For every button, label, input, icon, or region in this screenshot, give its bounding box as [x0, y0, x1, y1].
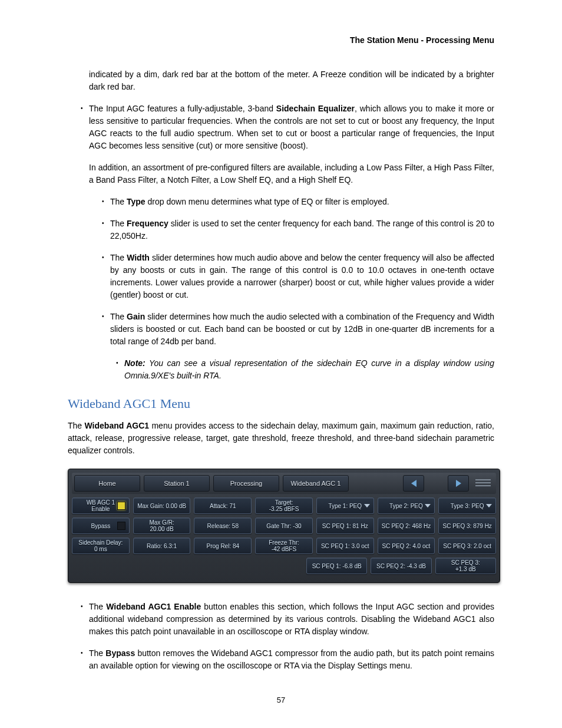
section-intro: The Wideband AGC1 menu provides access t…: [68, 420, 494, 457]
chevron-down-icon: [364, 504, 370, 508]
section-heading: Wideband AGC1 Menu: [68, 396, 494, 411]
breadcrumb-station[interactable]: Station 1: [144, 475, 210, 492]
bullet-gain: The Gain slider determines how much the …: [110, 311, 494, 348]
ui-panel-wideband-agc1: Home Station 1 Processing Wideband AGC 1…: [68, 469, 500, 583]
scpeq2-freq-slider[interactable]: SC PEQ 2: 468 Hz: [378, 518, 435, 534]
paragraph: The Input AGC features a fully-adjustabl…: [89, 103, 494, 152]
attack-slider[interactable]: Attack: 71: [194, 498, 252, 514]
wb-agc1-enable-toggle[interactable]: WB AGC 1 Enable: [72, 498, 130, 514]
scpeq2-gain-slider[interactable]: SC PEQ 2: -4.3 dB: [371, 558, 431, 574]
nav-prev-button[interactable]: [403, 475, 424, 492]
target-slider[interactable]: Target: -3.25 dBFS: [255, 498, 313, 514]
scpeq3-gain-slider[interactable]: SC PEQ 3: +1.3 dB: [435, 558, 496, 574]
bullet-frequency: The Frequency slider is used to set the …: [110, 218, 494, 242]
max-gain-slider[interactable]: Max Gain: 0.00 dB: [133, 498, 191, 514]
type3-dropdown[interactable]: Type 3: PEQ: [438, 498, 496, 514]
chevron-down-icon: [486, 504, 492, 508]
release-slider[interactable]: Release: 58: [194, 518, 252, 534]
paragraph: In addition, an assortment of pre-config…: [89, 162, 494, 186]
bullet-enable: The Wideband AGC1 Enable button enables …: [89, 601, 494, 638]
page-number: 57: [68, 696, 494, 704]
note: Note: You can see a visual representatio…: [124, 357, 494, 382]
bypass-toggle[interactable]: Bypass: [72, 518, 130, 534]
menu-icon[interactable]: [472, 475, 494, 490]
type2-dropdown[interactable]: Type 2: PEQ: [378, 498, 435, 514]
breadcrumb-processing[interactable]: Processing: [213, 475, 279, 492]
bullet-bypass: The Bypass button removes the Wideband A…: [89, 647, 494, 672]
max-gr-slider[interactable]: Max G/R: 20.00 dB: [133, 518, 191, 534]
sidechain-delay-slider[interactable]: Sidechain Delay: 0 ms: [72, 538, 130, 554]
indicator-off-icon: [117, 522, 125, 530]
breadcrumb-row: Home Station 1 Processing Wideband AGC 1: [72, 473, 496, 494]
scpeq2-width-slider[interactable]: SC PEQ 2: 4.0 oct: [378, 538, 435, 554]
scpeq1-freq-slider[interactable]: SC PEQ 1: 81 Hz: [316, 518, 374, 534]
type1-dropdown[interactable]: Type 1: PEQ: [316, 498, 374, 514]
scpeq1-gain-slider[interactable]: SC PEQ 1: -6.8 dB: [306, 558, 367, 574]
bullet-type: The Type drop down menu determines what …: [110, 196, 494, 208]
freeze-threshold-slider[interactable]: Freeze Thr: -42 dBFS: [255, 538, 313, 554]
paragraph: indicated by a dim, dark red bar at the …: [89, 68, 494, 93]
chevron-left-icon: [411, 480, 416, 487]
breadcrumb-wideband-agc1[interactable]: Wideband AGC 1: [283, 475, 349, 492]
nav-next-button[interactable]: [448, 475, 469, 492]
bullet-width: The Width slider determines how much aud…: [110, 252, 494, 301]
scpeq3-freq-slider[interactable]: SC PEQ 3: 879 Hz: [438, 518, 496, 534]
ratio-slider[interactable]: Ratio: 6.3:1: [133, 538, 191, 554]
prog-release-slider[interactable]: Prog Rel: 84: [194, 538, 252, 554]
scpeq1-width-slider[interactable]: SC PEQ 1: 3.0 oct: [316, 538, 374, 554]
indicator-on-icon: [117, 502, 125, 510]
page-header: The Station Menu - Processing Menu: [68, 35, 494, 45]
scpeq3-width-slider[interactable]: SC PEQ 3: 2.0 oct: [438, 538, 496, 554]
chevron-down-icon: [425, 504, 431, 508]
breadcrumb-home[interactable]: Home: [74, 475, 140, 492]
chevron-right-icon: [456, 480, 461, 487]
gate-threshold-slider[interactable]: Gate Thr: -30: [255, 518, 313, 534]
